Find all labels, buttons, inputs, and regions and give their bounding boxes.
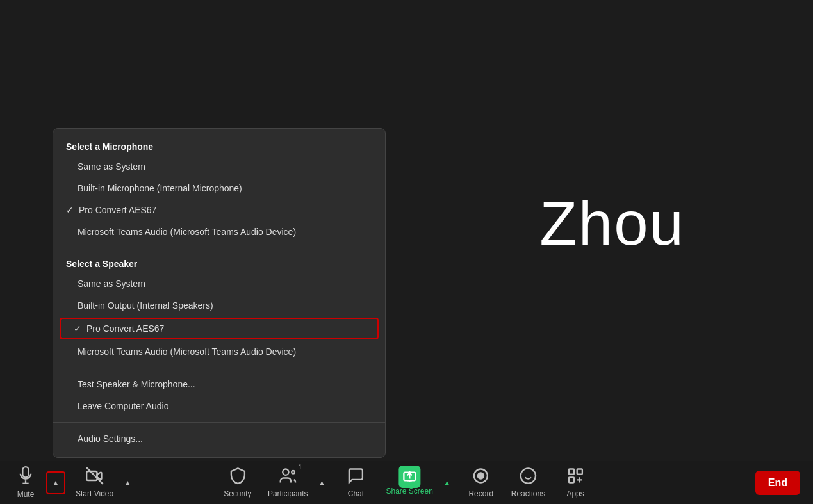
security-button[interactable]: Security: [215, 464, 260, 501]
chevron-up-icon: ▲: [52, 478, 60, 487]
start-video-button[interactable]: Start Video: [68, 464, 121, 501]
chat-icon: [347, 467, 365, 487]
svg-point-5: [292, 471, 295, 474]
leave-computer-audio[interactable]: Leave Computer Audio: [53, 395, 385, 417]
audio-dropdown-menu: Select a Microphone Same as System Built…: [53, 128, 386, 458]
end-button[interactable]: End: [755, 471, 800, 495]
mute-button[interactable]: Mute: [6, 466, 45, 499]
record-icon: [472, 467, 490, 487]
mic-builtin[interactable]: Built-in Microphone (Internal Microphone…: [53, 177, 385, 199]
participants-label: Participants: [268, 489, 308, 498]
mute-icon: [17, 466, 35, 488]
menu-divider-3: [53, 422, 385, 423]
share-screen-label: Share Screen: [386, 487, 432, 496]
record-button[interactable]: Record: [459, 464, 504, 501]
video-chevron-up-icon: ▲: [124, 478, 131, 487]
reactions-icon: [519, 467, 537, 487]
start-video-label: Start Video: [76, 489, 113, 498]
toolbar: Mute ▲ Start Video ▲: [0, 461, 813, 504]
mic-teams-audio[interactable]: Microsoft Teams Audio (Microsoft Teams A…: [53, 221, 385, 243]
participants-count: 1: [299, 464, 302, 471]
share-screen-chevron-up-icon: ▲: [443, 478, 451, 487]
svg-point-4: [283, 469, 288, 475]
svg-rect-17: [569, 477, 574, 482]
menu-divider-2: [53, 368, 385, 368]
mute-chevron-button[interactable]: ▲: [46, 471, 65, 494]
svg-point-11: [478, 473, 484, 478]
record-label: Record: [468, 489, 493, 498]
spk-pro-convert[interactable]: Pro Convert AES67: [60, 318, 379, 339]
video-off-icon: [86, 467, 104, 487]
mute-label: Mute: [17, 490, 35, 499]
video-chevron-button[interactable]: ▲: [121, 478, 134, 487]
participants-chevron-button[interactable]: ▲: [316, 478, 329, 487]
participants-icon: 1: [279, 467, 297, 487]
svg-rect-16: [577, 469, 582, 475]
microphone-section-header: Select a Microphone: [53, 136, 385, 156]
toolbar-center: Security 1 Participants ▲: [215, 464, 598, 501]
svg-rect-15: [569, 469, 574, 475]
main-content: Zhou Select a Microphone Same as System …: [0, 0, 813, 461]
spk-same-as-system[interactable]: Same as System: [53, 273, 385, 295]
security-icon: [229, 467, 247, 487]
apps-icon: [566, 467, 584, 487]
participants-chevron-up-icon: ▲: [318, 478, 326, 487]
test-speaker-mic[interactable]: Test Speaker & Microphone...: [53, 373, 385, 395]
reactions-label: Reactions: [511, 489, 545, 498]
participants-button[interactable]: 1 Participants: [260, 464, 316, 501]
security-label: Security: [224, 489, 251, 498]
audio-settings[interactable]: Audio Settings...: [53, 428, 385, 450]
share-screen-icon: [398, 469, 420, 485]
share-screen-chevron-button[interactable]: ▲: [441, 478, 454, 487]
share-screen-button[interactable]: Share Screen: [378, 467, 440, 498]
menu-divider-1: [53, 248, 385, 248]
spk-teams-audio[interactable]: Microsoft Teams Audio (Microsoft Teams A…: [53, 341, 385, 362]
chat-button[interactable]: Chat: [333, 464, 378, 501]
chat-label: Chat: [348, 489, 364, 498]
reactions-button[interactable]: Reactions: [504, 464, 553, 501]
participant-name: Zhou: [539, 188, 685, 259]
mic-pro-convert[interactable]: Pro Convert AES67: [53, 199, 385, 221]
svg-line-2: [86, 467, 103, 484]
speaker-section-header: Select a Speaker: [53, 254, 385, 273]
mic-same-as-system[interactable]: Same as System: [53, 156, 385, 177]
spk-builtin-output[interactable]: Built-in Output (Internal Speakers): [53, 295, 385, 316]
apps-button[interactable]: Apps: [553, 464, 598, 501]
apps-label: Apps: [566, 489, 584, 498]
